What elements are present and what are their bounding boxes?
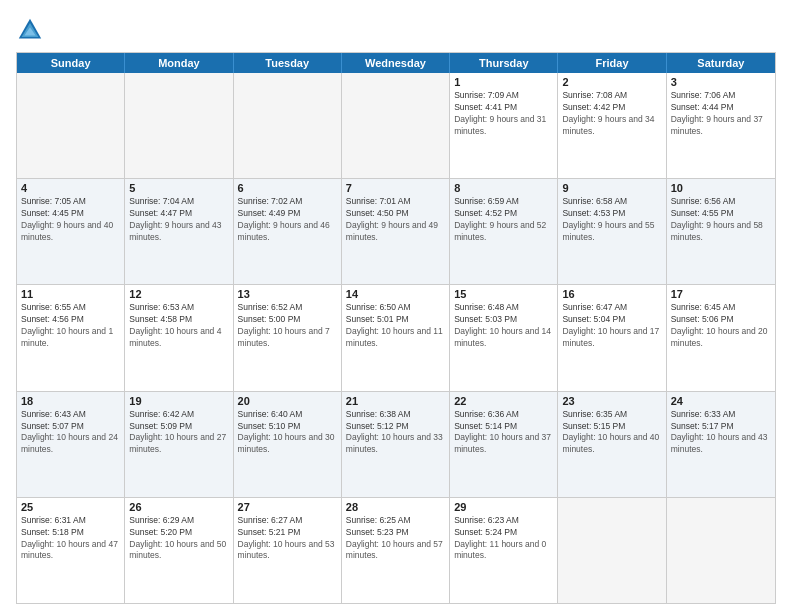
day-info: Sunrise: 6:42 AMSunset: 5:09 PMDaylight:… <box>129 409 228 457</box>
day-number: 19 <box>129 395 228 407</box>
day-cell-7: 7Sunrise: 7:01 AMSunset: 4:50 PMDaylight… <box>342 179 450 284</box>
day-cell-25: 25Sunrise: 6:31 AMSunset: 5:18 PMDayligh… <box>17 498 125 603</box>
day-cell-5: 5Sunrise: 7:04 AMSunset: 4:47 PMDaylight… <box>125 179 233 284</box>
day-number: 22 <box>454 395 553 407</box>
day-info: Sunrise: 7:09 AMSunset: 4:41 PMDaylight:… <box>454 90 553 138</box>
day-cell-28: 28Sunrise: 6:25 AMSunset: 5:23 PMDayligh… <box>342 498 450 603</box>
day-number: 9 <box>562 182 661 194</box>
day-cell-1: 1Sunrise: 7:09 AMSunset: 4:41 PMDaylight… <box>450 73 558 178</box>
header <box>16 16 776 44</box>
day-number: 24 <box>671 395 771 407</box>
day-number: 16 <box>562 288 661 300</box>
day-info: Sunrise: 6:53 AMSunset: 4:58 PMDaylight:… <box>129 302 228 350</box>
day-info: Sunrise: 6:45 AMSunset: 5:06 PMDaylight:… <box>671 302 771 350</box>
day-info: Sunrise: 6:52 AMSunset: 5:00 PMDaylight:… <box>238 302 337 350</box>
day-info: Sunrise: 7:08 AMSunset: 4:42 PMDaylight:… <box>562 90 661 138</box>
day-number: 18 <box>21 395 120 407</box>
weekday-header-saturday: Saturday <box>667 53 775 73</box>
empty-cell <box>342 73 450 178</box>
weekday-header-friday: Friday <box>558 53 666 73</box>
day-info: Sunrise: 6:25 AMSunset: 5:23 PMDaylight:… <box>346 515 445 563</box>
day-info: Sunrise: 6:40 AMSunset: 5:10 PMDaylight:… <box>238 409 337 457</box>
day-cell-20: 20Sunrise: 6:40 AMSunset: 5:10 PMDayligh… <box>234 392 342 497</box>
day-info: Sunrise: 6:38 AMSunset: 5:12 PMDaylight:… <box>346 409 445 457</box>
day-cell-14: 14Sunrise: 6:50 AMSunset: 5:01 PMDayligh… <box>342 285 450 390</box>
weekday-header-tuesday: Tuesday <box>234 53 342 73</box>
day-cell-21: 21Sunrise: 6:38 AMSunset: 5:12 PMDayligh… <box>342 392 450 497</box>
calendar-row-3: 18Sunrise: 6:43 AMSunset: 5:07 PMDayligh… <box>17 392 775 498</box>
day-info: Sunrise: 6:23 AMSunset: 5:24 PMDaylight:… <box>454 515 553 563</box>
day-cell-29: 29Sunrise: 6:23 AMSunset: 5:24 PMDayligh… <box>450 498 558 603</box>
day-cell-17: 17Sunrise: 6:45 AMSunset: 5:06 PMDayligh… <box>667 285 775 390</box>
day-number: 2 <box>562 76 661 88</box>
calendar-row-0: 1Sunrise: 7:09 AMSunset: 4:41 PMDaylight… <box>17 73 775 179</box>
day-number: 14 <box>346 288 445 300</box>
day-number: 20 <box>238 395 337 407</box>
day-info: Sunrise: 6:59 AMSunset: 4:52 PMDaylight:… <box>454 196 553 244</box>
day-number: 8 <box>454 182 553 194</box>
empty-cell <box>558 498 666 603</box>
day-info: Sunrise: 7:06 AMSunset: 4:44 PMDaylight:… <box>671 90 771 138</box>
day-info: Sunrise: 6:27 AMSunset: 5:21 PMDaylight:… <box>238 515 337 563</box>
empty-cell <box>234 73 342 178</box>
day-cell-10: 10Sunrise: 6:56 AMSunset: 4:55 PMDayligh… <box>667 179 775 284</box>
day-number: 1 <box>454 76 553 88</box>
day-info: Sunrise: 6:43 AMSunset: 5:07 PMDaylight:… <box>21 409 120 457</box>
day-number: 13 <box>238 288 337 300</box>
day-info: Sunrise: 7:02 AMSunset: 4:49 PMDaylight:… <box>238 196 337 244</box>
day-number: 10 <box>671 182 771 194</box>
day-cell-12: 12Sunrise: 6:53 AMSunset: 4:58 PMDayligh… <box>125 285 233 390</box>
day-cell-2: 2Sunrise: 7:08 AMSunset: 4:42 PMDaylight… <box>558 73 666 178</box>
day-cell-26: 26Sunrise: 6:29 AMSunset: 5:20 PMDayligh… <box>125 498 233 603</box>
day-number: 17 <box>671 288 771 300</box>
day-cell-18: 18Sunrise: 6:43 AMSunset: 5:07 PMDayligh… <box>17 392 125 497</box>
day-number: 26 <box>129 501 228 513</box>
calendar-row-2: 11Sunrise: 6:55 AMSunset: 4:56 PMDayligh… <box>17 285 775 391</box>
day-cell-16: 16Sunrise: 6:47 AMSunset: 5:04 PMDayligh… <box>558 285 666 390</box>
calendar: SundayMondayTuesdayWednesdayThursdayFrid… <box>16 52 776 604</box>
day-info: Sunrise: 6:35 AMSunset: 5:15 PMDaylight:… <box>562 409 661 457</box>
empty-cell <box>125 73 233 178</box>
logo <box>16 16 48 44</box>
day-info: Sunrise: 6:48 AMSunset: 5:03 PMDaylight:… <box>454 302 553 350</box>
day-number: 29 <box>454 501 553 513</box>
day-cell-11: 11Sunrise: 6:55 AMSunset: 4:56 PMDayligh… <box>17 285 125 390</box>
day-number: 3 <box>671 76 771 88</box>
day-cell-8: 8Sunrise: 6:59 AMSunset: 4:52 PMDaylight… <box>450 179 558 284</box>
day-number: 21 <box>346 395 445 407</box>
day-cell-27: 27Sunrise: 6:27 AMSunset: 5:21 PMDayligh… <box>234 498 342 603</box>
calendar-row-1: 4Sunrise: 7:05 AMSunset: 4:45 PMDaylight… <box>17 179 775 285</box>
day-number: 23 <box>562 395 661 407</box>
day-cell-9: 9Sunrise: 6:58 AMSunset: 4:53 PMDaylight… <box>558 179 666 284</box>
weekday-header-thursday: Thursday <box>450 53 558 73</box>
day-cell-24: 24Sunrise: 6:33 AMSunset: 5:17 PMDayligh… <box>667 392 775 497</box>
day-info: Sunrise: 7:05 AMSunset: 4:45 PMDaylight:… <box>21 196 120 244</box>
day-number: 5 <box>129 182 228 194</box>
day-cell-13: 13Sunrise: 6:52 AMSunset: 5:00 PMDayligh… <box>234 285 342 390</box>
day-number: 27 <box>238 501 337 513</box>
empty-cell <box>17 73 125 178</box>
day-info: Sunrise: 6:31 AMSunset: 5:18 PMDaylight:… <box>21 515 120 563</box>
weekday-header-wednesday: Wednesday <box>342 53 450 73</box>
day-number: 25 <box>21 501 120 513</box>
day-info: Sunrise: 6:29 AMSunset: 5:20 PMDaylight:… <box>129 515 228 563</box>
day-number: 6 <box>238 182 337 194</box>
day-info: Sunrise: 6:47 AMSunset: 5:04 PMDaylight:… <box>562 302 661 350</box>
page: SundayMondayTuesdayWednesdayThursdayFrid… <box>0 0 792 612</box>
day-cell-19: 19Sunrise: 6:42 AMSunset: 5:09 PMDayligh… <box>125 392 233 497</box>
day-cell-4: 4Sunrise: 7:05 AMSunset: 4:45 PMDaylight… <box>17 179 125 284</box>
day-cell-3: 3Sunrise: 7:06 AMSunset: 4:44 PMDaylight… <box>667 73 775 178</box>
day-cell-23: 23Sunrise: 6:35 AMSunset: 5:15 PMDayligh… <box>558 392 666 497</box>
day-number: 11 <box>21 288 120 300</box>
day-info: Sunrise: 6:58 AMSunset: 4:53 PMDaylight:… <box>562 196 661 244</box>
calendar-row-4: 25Sunrise: 6:31 AMSunset: 5:18 PMDayligh… <box>17 498 775 603</box>
day-number: 4 <box>21 182 120 194</box>
day-info: Sunrise: 6:36 AMSunset: 5:14 PMDaylight:… <box>454 409 553 457</box>
day-info: Sunrise: 7:01 AMSunset: 4:50 PMDaylight:… <box>346 196 445 244</box>
empty-cell <box>667 498 775 603</box>
day-info: Sunrise: 6:55 AMSunset: 4:56 PMDaylight:… <box>21 302 120 350</box>
weekday-header-sunday: Sunday <box>17 53 125 73</box>
day-cell-22: 22Sunrise: 6:36 AMSunset: 5:14 PMDayligh… <box>450 392 558 497</box>
calendar-body: 1Sunrise: 7:09 AMSunset: 4:41 PMDaylight… <box>17 73 775 603</box>
day-number: 28 <box>346 501 445 513</box>
